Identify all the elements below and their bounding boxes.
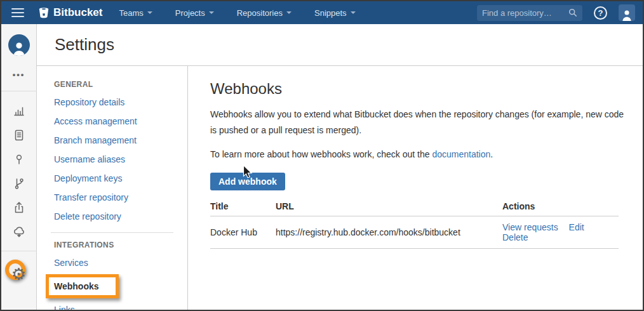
- bitbucket-logo[interactable]: Bitbucket: [38, 6, 102, 19]
- overview-chart-icon[interactable]: [1, 99, 37, 122]
- person-icon: [11, 41, 27, 56]
- nav-menu-snippets[interactable]: Snippets: [314, 8, 356, 18]
- webhooks-description: Webhooks allow you to extend what Bitbuc…: [210, 107, 627, 138]
- settings-nav-username-aliases[interactable]: Username aliases: [54, 150, 187, 169]
- user-avatar[interactable]: [619, 4, 635, 21]
- table-row: Docker Hub https://registry.hub.docker.c…: [210, 216, 619, 249]
- nav-menu-projects[interactable]: Projects: [175, 8, 214, 18]
- repo-search-box[interactable]: [477, 5, 582, 21]
- commits-icon[interactable]: [1, 147, 37, 171]
- person-icon: [621, 9, 633, 21]
- settings-page-header: Settings: [37, 24, 643, 66]
- search-input[interactable]: [482, 8, 568, 18]
- nav-section-general: GENERAL: [54, 80, 187, 89]
- documentation-link[interactable]: documentation: [432, 149, 490, 159]
- more-options-icon[interactable]: •••: [13, 70, 25, 79]
- settings-nav-deployment-keys[interactable]: Deployment keys: [54, 169, 187, 188]
- column-header-url: URL: [276, 199, 502, 216]
- settings-nav-links[interactable]: Links: [54, 300, 187, 311]
- page-title: Settings: [55, 35, 114, 55]
- webhooks-learn-more: To learn more about how webhooks work, c…: [210, 147, 627, 162]
- help-icon[interactable]: ?: [594, 6, 607, 20]
- navbar-menus: Teams Projects Repositories Snippets: [119, 8, 355, 18]
- settings-nav-repository-details[interactable]: Repository details: [54, 93, 187, 112]
- branches-icon[interactable]: [1, 171, 37, 195]
- search-icon: [568, 8, 577, 17]
- column-header-title: Title: [210, 199, 276, 216]
- webhooks-content: Webhooks Webhooks allow you to extend wh…: [188, 66, 643, 310]
- downloads-cloud-icon[interactable]: [1, 220, 37, 243]
- repo-icon-sidebar: ••• ⚙: [1, 24, 37, 310]
- repo-avatar[interactable]: [8, 34, 30, 56]
- brand-label: Bitbucket: [53, 6, 102, 19]
- bitbucket-window: Bitbucket Teams Projects Repositories Sn…: [0, 0, 644, 311]
- webhooks-table: Title URL Actions Docker Hub https://reg…: [210, 199, 619, 249]
- column-header-actions: Actions: [502, 199, 619, 216]
- webhook-url: https://registry.hub.docker.com/hooks/bi…: [276, 216, 502, 249]
- delete-link[interactable]: Delete: [502, 232, 528, 242]
- add-webhook-button[interactable]: Add webhook: [210, 173, 285, 190]
- bitbucket-bucket-icon: [38, 7, 50, 18]
- nav-menu-repositories[interactable]: Repositories: [237, 8, 292, 18]
- settings-nav-delete-repository[interactable]: Delete repository: [54, 207, 187, 226]
- annotation-highlight-box: Webhooks: [46, 274, 119, 298]
- nav-section-integrations: INTEGRATIONS: [54, 241, 187, 249]
- settings-nav-transfer-repository[interactable]: Transfer repository: [54, 188, 187, 207]
- source-document-icon[interactable]: [1, 123, 37, 147]
- settings-nav-branch-management[interactable]: Branch management: [54, 131, 187, 150]
- chevron-down-icon: [209, 11, 214, 14]
- view-requests-link[interactable]: View requests: [502, 222, 558, 232]
- settings-gear-icon[interactable]: ⚙: [11, 266, 26, 282]
- nav-menu-teams[interactable]: Teams: [119, 8, 152, 18]
- settings-nav-services[interactable]: Services: [54, 253, 187, 272]
- top-navbar: Bitbucket Teams Projects Repositories Sn…: [1, 1, 643, 24]
- settings-nav-webhooks-active[interactable]: Webhooks: [54, 281, 99, 291]
- table-header-row: Title URL Actions: [210, 199, 619, 216]
- divider: [1, 91, 37, 91]
- divider: [51, 232, 173, 233]
- settings-nav: GENERAL Repository details Access manage…: [37, 66, 188, 310]
- divider: [1, 251, 37, 251]
- webhook-actions: View requests Edit Delete: [502, 216, 619, 249]
- chevron-down-icon: [147, 11, 152, 14]
- webhook-title: Docker Hub: [210, 216, 276, 249]
- webhooks-heading: Webhooks: [210, 80, 627, 98]
- pull-requests-icon[interactable]: [1, 195, 37, 219]
- chevron-down-icon: [351, 11, 356, 14]
- settings-nav-access-management[interactable]: Access management: [54, 112, 187, 131]
- chevron-down-icon: [286, 11, 292, 14]
- edit-link[interactable]: Edit: [569, 222, 584, 232]
- hamburger-menu-icon[interactable]: [11, 8, 24, 17]
